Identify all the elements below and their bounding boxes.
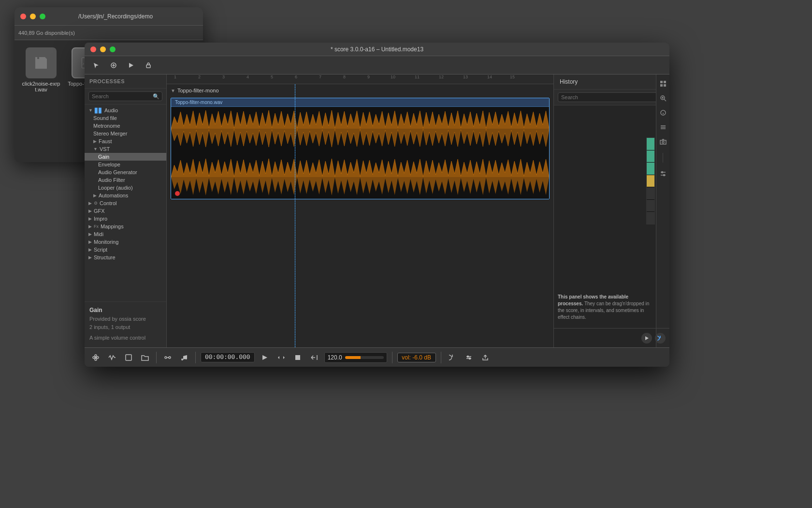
tree-label-looper: Looper (audio) xyxy=(98,185,133,191)
ruler-mark-10: 10 xyxy=(391,75,395,79)
ruler-mark-14: 14 xyxy=(487,75,492,79)
ruler-mark-3: 3 xyxy=(222,75,225,79)
tree-item-structure[interactable]: ▶ Structure xyxy=(85,254,166,261)
history-title: History xyxy=(554,75,669,90)
wave-view-btn[interactable] xyxy=(106,351,118,364)
ruler-mark-9: 9 xyxy=(367,75,370,79)
finder-file-1[interactable]: click2noise-exrpt.wav xyxy=(22,47,60,92)
tree-label-midi: Midi xyxy=(94,231,103,237)
mappings-icon: Fx xyxy=(94,224,99,229)
app-maximize-btn[interactable] xyxy=(110,46,116,52)
track-group-header: ▼ Toppo-filter-mono xyxy=(167,84,553,97)
svg-point-29 xyxy=(95,359,97,360)
volume-display[interactable]: vol: -6.0 dB xyxy=(397,353,436,362)
history-search-input[interactable] xyxy=(558,92,666,102)
app-close-btn[interactable] xyxy=(90,46,96,52)
play-tool-btn[interactable] xyxy=(124,59,138,72)
transport-return-btn[interactable] xyxy=(308,351,320,364)
tree-label-faust: Faust xyxy=(99,138,112,144)
power-btn[interactable] xyxy=(655,333,666,344)
power-output-btn[interactable] xyxy=(446,351,459,364)
processes-search-icon: 🔍 xyxy=(153,93,160,100)
tree-item-audio[interactable]: ▼ ▊▊ Audio xyxy=(85,106,166,114)
add-tool-btn[interactable] xyxy=(107,59,120,72)
cursor-tool-btn[interactable] xyxy=(89,59,103,72)
svg-text:♪: ♪ xyxy=(82,62,84,65)
track-collapse-arrow[interactable]: ▼ xyxy=(171,88,175,93)
timeline-content[interactable]: ▼ Toppo-filter-mono Toppo-filter-mono.wa… xyxy=(167,84,553,347)
sliders-btn[interactable] xyxy=(658,168,668,179)
tree-item-control[interactable]: ▶ ⚙ Control xyxy=(85,199,166,207)
right-icon-strip xyxy=(656,75,669,347)
square-view-btn[interactable] xyxy=(122,351,135,364)
track-group-name: Toppo-filter-mono xyxy=(177,88,219,93)
svg-point-42 xyxy=(467,356,468,357)
record-dot xyxy=(175,191,180,196)
bpm-display[interactable]: 120.0 xyxy=(324,352,387,363)
info-btn[interactable] xyxy=(658,107,668,118)
processes-search-input[interactable] xyxy=(88,91,162,101)
ruler-mark-2: 2 xyxy=(198,75,201,79)
tree-item-mappings[interactable]: ▶ Fx Mappings xyxy=(85,223,166,230)
transport-loop-btn[interactable] xyxy=(275,351,288,364)
finder-title: /Users/jln/_Recordings/demo xyxy=(78,13,153,20)
tree-item-monitoring[interactable]: ▶ Monitoring xyxy=(85,238,166,246)
history-search-container: 🔍 xyxy=(554,90,669,105)
tree-label-gain: Gain xyxy=(98,154,109,160)
zoom-btn[interactable] xyxy=(658,93,668,104)
tree-item-gain[interactable]: Gain xyxy=(85,153,166,161)
audio-routing-btn[interactable] xyxy=(463,351,475,364)
tree-item-vst[interactable]: ▼ VST xyxy=(85,145,166,153)
svg-point-26 xyxy=(93,357,95,359)
tree-item-soundfile[interactable]: Sound file xyxy=(85,114,166,122)
finder-close-btn[interactable] xyxy=(20,14,26,19)
tree-item-script[interactable]: ▶ Script xyxy=(85,246,166,254)
svg-point-21 xyxy=(662,141,664,143)
tree-arrow-audio: ▼ xyxy=(88,108,93,113)
ruler-mark-15: 15 xyxy=(510,75,515,79)
tree-arrow-control: ▶ xyxy=(88,201,92,206)
tree-item-audio-generator[interactable]: Audio Generator xyxy=(85,168,166,176)
ruler-mark-7: 7 xyxy=(319,75,321,79)
grid-view-btn[interactable] xyxy=(658,78,668,89)
tree-item-gfx[interactable]: ▶ GFX xyxy=(85,207,166,215)
process-info-provided: Provided by ossia score xyxy=(89,315,161,323)
svg-rect-38 xyxy=(295,355,300,360)
vu-bar-yellow xyxy=(647,175,654,187)
tree-item-midi[interactable]: ▶ Midi xyxy=(85,230,166,238)
tree-arrow-mappings: ▶ xyxy=(88,224,92,229)
lock-tool-btn[interactable] xyxy=(142,59,155,72)
tree-item-envelope[interactable]: Envelope xyxy=(85,161,166,168)
clip-name: Toppo-filter-mono.wav xyxy=(175,100,222,105)
control-icon: ⚙ xyxy=(94,201,98,206)
tree-arrow-automations: ▶ xyxy=(93,193,97,198)
audio-clip[interactable]: Toppo-filter-mono.wav xyxy=(171,98,550,199)
tree-arrow-vst: ▼ xyxy=(93,147,98,151)
camera-btn[interactable] xyxy=(658,136,668,147)
connect-btn[interactable] xyxy=(161,351,174,364)
export-btn[interactable] xyxy=(479,351,492,364)
play-btn-history[interactable] xyxy=(641,333,652,344)
list-view-btn[interactable] xyxy=(658,122,668,133)
tree-item-faust[interactable]: ▶ Faust xyxy=(85,137,166,145)
tree-item-stereo-merger[interactable]: Stereo Merger xyxy=(85,130,166,137)
transport-play-btn[interactable] xyxy=(259,351,271,364)
finder-minimize-btn[interactable] xyxy=(30,14,36,19)
tree-item-looper[interactable]: Looper (audio) xyxy=(85,184,166,192)
tree-item-automations[interactable]: ▶ Automations xyxy=(85,192,166,199)
waveform-container xyxy=(171,107,549,199)
tree-item-audio-filter[interactable]: Audio Filter xyxy=(85,176,166,184)
node-view-btn[interactable] xyxy=(89,351,102,364)
tree-label-vst: VST xyxy=(100,146,110,152)
ruler-mark-1: 1 xyxy=(174,75,176,79)
folder-view-btn[interactable] xyxy=(139,351,151,364)
tree-item-impro[interactable]: ▶ Impro xyxy=(85,215,166,223)
finder-maximize-btn[interactable] xyxy=(40,14,45,19)
transport-stop-btn[interactable] xyxy=(291,351,304,364)
app-minimize-btn[interactable] xyxy=(100,46,106,52)
ruler-mark-12: 12 xyxy=(439,75,444,79)
processes-header: PROCESSES xyxy=(85,75,166,89)
tree-item-metronome[interactable]: Metronome xyxy=(85,122,166,130)
process-info-io: 2 inputs, 1 output xyxy=(89,324,161,331)
music-btn[interactable] xyxy=(178,351,190,364)
